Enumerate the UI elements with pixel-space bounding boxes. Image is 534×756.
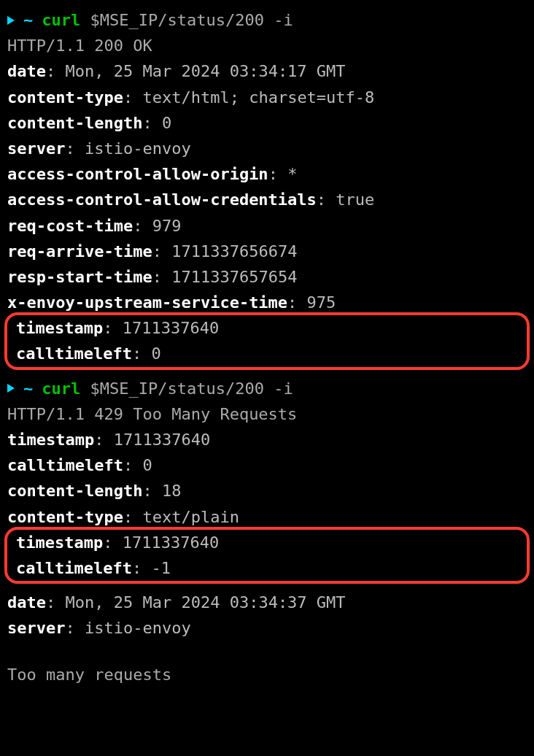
header-value: text/html; charset=utf-8 <box>142 88 374 107</box>
highlight-box-1: timestamp: 1711337640 calltimeleft: 0 <box>4 312 530 369</box>
header-value: 1711337657654 <box>171 268 297 286</box>
header-key: server <box>7 139 65 158</box>
header-row: req-arrive-time: 1711337656674 <box>7 239 527 264</box>
header-row: x-envoy-upstream-service-time: 975 <box>7 290 527 315</box>
command-args: $MSE_IP/status/200 -i <box>90 11 293 29</box>
header-row: content-type: text/html; charset=utf-8 <box>7 85 527 110</box>
status-line-2: HTTP/1.1 429 Too Many Requests <box>7 401 527 427</box>
header-value: 1711337640 <box>123 319 219 337</box>
header-value: 0 <box>142 456 152 474</box>
header-key: content-type <box>7 88 123 107</box>
header-key: timestamp <box>16 319 103 337</box>
header-row: date: Mon, 25 Mar 2024 03:34:37 GMT <box>7 590 527 615</box>
response-body: Too many requests <box>7 662 527 687</box>
header-value: 0 <box>162 114 171 132</box>
header-value: * <box>287 165 297 183</box>
header-row: resp-start-time: 1711337657654 <box>7 264 527 290</box>
header-value: 1711337640 <box>123 533 219 552</box>
header-key: timestamp <box>16 533 103 552</box>
header-row: server: istio-envoy <box>7 136 527 161</box>
prompt-line-1[interactable]: ~ curl $MSE_IP/status/200 -i <box>7 7 527 33</box>
header-key: content-length <box>7 482 142 500</box>
header-value: istio-envoy <box>85 619 191 637</box>
header-key: calltimeleft <box>16 559 132 577</box>
prompt-tilde: ~ <box>23 7 33 33</box>
header-value: istio-envoy <box>85 139 191 158</box>
prompt-tilde: ~ <box>23 376 33 401</box>
header-key: resp-start-time <box>7 268 152 286</box>
header-value: 975 <box>307 293 336 312</box>
header-value: 0 <box>151 344 160 363</box>
header-key: content-length <box>7 114 142 132</box>
header-row: content-length: 18 <box>7 478 527 504</box>
command-args: $MSE_IP/status/200 -i <box>90 379 293 398</box>
prompt-arrow-icon <box>7 16 15 25</box>
header-value: Mon, 25 Mar 2024 03:34:37 GMT <box>65 593 345 612</box>
header-key: date <box>7 593 46 612</box>
header-key: access-control-allow-origin <box>7 165 268 183</box>
header-key: x-envoy-upstream-service-time <box>7 293 287 312</box>
header-row: content-length: 0 <box>7 110 527 136</box>
header-row: access-control-allow-origin: * <box>7 161 527 187</box>
header-row: content-type: text/plain <box>7 504 527 530</box>
header-row: server: istio-envoy <box>7 615 527 641</box>
header-value: true <box>336 190 374 209</box>
status-line-1: HTTP/1.1 200 OK <box>7 33 527 58</box>
header-key: req-cost-time <box>7 217 133 235</box>
header-row: access-control-allow-credentials: true <box>7 187 527 212</box>
header-value: 979 <box>152 217 182 235</box>
header-row: calltimeleft: -1 <box>16 555 518 581</box>
header-key: calltimeleft <box>16 344 132 363</box>
command-name: curl <box>42 379 80 398</box>
header-key: content-type <box>7 508 123 526</box>
command-name: curl <box>42 11 80 29</box>
header-row: timestamp: 1711337640 <box>7 427 527 452</box>
header-row: timestamp: 1711337640 <box>16 530 518 555</box>
header-value: text/plain <box>142 508 239 526</box>
header-value: -1 <box>151 559 171 577</box>
header-value: 1711337640 <box>114 431 210 449</box>
header-value: 18 <box>162 482 182 500</box>
header-key: date <box>7 62 46 80</box>
header-row: calltimeleft: 0 <box>7 452 527 478</box>
header-key: req-arrive-time <box>7 242 152 261</box>
header-key: timestamp <box>7 431 94 449</box>
header-value: 1711337656674 <box>171 242 297 261</box>
header-row: calltimeleft: 0 <box>16 341 518 366</box>
header-key: calltimeleft <box>7 456 123 474</box>
header-key: server <box>7 619 65 637</box>
prompt-arrow-icon <box>7 384 15 393</box>
prompt-line-2[interactable]: ~ curl $MSE_IP/status/200 -i <box>7 376 527 401</box>
header-key: access-control-allow-credentials <box>7 190 317 209</box>
header-value: Mon, 25 Mar 2024 03:34:17 GMT <box>65 62 345 80</box>
header-row: timestamp: 1711337640 <box>16 315 518 341</box>
header-row: date: Mon, 25 Mar 2024 03:34:17 GMT <box>7 58 527 84</box>
header-row: req-cost-time: 979 <box>7 213 527 239</box>
highlight-box-2: timestamp: 1711337640 calltimeleft: -1 <box>4 527 530 584</box>
